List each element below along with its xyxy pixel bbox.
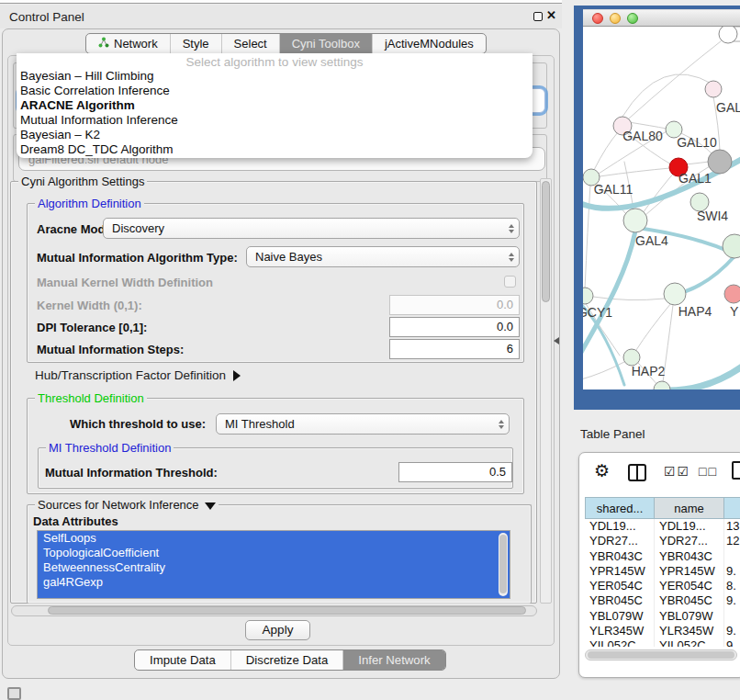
minimize-window-icon[interactable] <box>610 13 621 24</box>
table-horizontal-scrollbar-thumb[interactable] <box>588 651 734 659</box>
table-cell <box>724 549 740 564</box>
algorithm-definition-title: Algorithm Definition <box>35 197 144 210</box>
network-node-gcy1[interactable] <box>583 288 593 304</box>
network-node[interactable] <box>723 234 740 258</box>
table-row[interactable]: YIL052CYIL052C9 <box>585 638 740 647</box>
network-edge[interactable] <box>629 122 667 129</box>
network-edge[interactable] <box>622 74 712 117</box>
popup-placeholder: Select algorithm to view settings <box>17 53 533 69</box>
network-node-label: GCY1 <box>583 305 612 320</box>
tab-jactivemnodules[interactable]: jActiveMNodules <box>372 34 486 53</box>
network-node-label: GAL <box>716 100 740 115</box>
column-header-partial[interactable] <box>724 497 740 519</box>
data-attributes-list[interactable]: SelfLoopsTopologicalCoefficientBetweenne… <box>37 530 510 599</box>
table-cell: YPR145W <box>655 564 724 579</box>
network-node[interactable] <box>708 150 732 174</box>
which-threshold-value: MI Threshold <box>217 417 494 431</box>
mi-steps-field[interactable]: 6 <box>389 339 520 359</box>
app-root: Control Panel ✕ NetworkStyleSelectCyni T… <box>0 0 740 700</box>
select-all-checkboxes-icon[interactable]: ☑☑ <box>664 464 690 479</box>
attribute-list-item[interactable]: BetweennessCentrality <box>38 560 510 575</box>
table-row[interactable]: YDR27...YDR27...12 <box>585 534 740 548</box>
table-cell <box>724 609 740 624</box>
popup-item[interactable]: Bayesian – Hill Climbing <box>17 69 533 84</box>
network-node-hap4[interactable] <box>664 283 686 305</box>
attributes-list-scrollbar[interactable] <box>499 533 508 596</box>
tab-cyni-toolbox[interactable]: Cyni Toolbox <box>279 34 372 53</box>
popup-item[interactable]: Bayesian – K2 <box>17 128 533 142</box>
network-node-gal[interactable] <box>705 81 722 97</box>
table-row[interactable]: YDL19...YDL19...13 <box>585 519 740 534</box>
column-header-shared-name[interactable]: shared... <box>585 497 655 519</box>
table-row[interactable]: YLR345WYLR345W9. <box>585 624 740 638</box>
table-horizontal-scrollbar[interactable] <box>585 649 737 660</box>
table-row[interactable]: YBR043CYBR043C <box>585 549 740 564</box>
network-node-label: SWI4 <box>697 209 728 223</box>
network-edge[interactable] <box>636 303 671 350</box>
network-edge[interactable] <box>686 162 709 164</box>
popup-item[interactable]: Mutual Information Inference <box>17 113 533 128</box>
popup-item[interactable]: ARACNE Algorithm <box>17 98 533 113</box>
settings-horizontal-scrollbar-thumb[interactable] <box>48 606 526 615</box>
attributes-list-scrollbar-thumb[interactable] <box>499 535 507 593</box>
hub-definition-toggle[interactable]: Hub/Transcription Factor Definition <box>35 368 241 382</box>
table-cell: YBL079W <box>655 609 724 624</box>
network-edge[interactable] <box>600 168 670 176</box>
network-node[interactable] <box>654 381 670 390</box>
table-cell: YER054C <box>585 579 655 593</box>
combo-stepper-icon <box>494 420 509 429</box>
kernel-width-label: Kernel Width (0,1): <box>37 299 142 312</box>
mi-type-label: Mutual Information Algorithm Type: <box>37 251 238 265</box>
close-window-icon[interactable] <box>592 13 603 24</box>
column-header-name[interactable]: name <box>655 497 724 519</box>
attribute-list-item[interactable]: gal4RGexp <box>38 575 510 590</box>
network-edge[interactable] <box>629 41 721 119</box>
minimized-panel-icon[interactable] <box>7 687 21 700</box>
splitpane-collapse-icon[interactable] <box>554 337 559 344</box>
manual-kernel-label: Manual Kernel Width Definition <box>37 276 213 289</box>
deselect-all-checkboxes-icon[interactable]: □□ <box>699 464 718 479</box>
network-node[interactable] <box>719 27 737 43</box>
network-edge[interactable] <box>593 297 665 300</box>
split-columns-icon[interactable] <box>628 464 646 481</box>
bottom-tab-impute-data[interactable]: Impute Data <box>135 650 230 670</box>
bottom-tab-infer-network[interactable]: Infer Network <box>342 650 444 670</box>
kernel-width-field[interactable]: 0.0 <box>389 295 520 315</box>
tab-network[interactable]: Network <box>86 34 170 53</box>
table-row[interactable]: YPR145WYPR145W9. <box>585 564 740 579</box>
float-panel-icon[interactable] <box>533 12 543 21</box>
table-row[interactable]: YER054CYER054C8. <box>585 579 740 593</box>
popup-item[interactable]: Dream8 DC_TDC Algorithm <box>17 142 533 157</box>
data-attributes-label: Data Attributes <box>33 514 118 528</box>
network-edge[interactable] <box>594 132 618 170</box>
popup-item[interactable]: Basic Correlation Inference <box>17 84 533 98</box>
network-edge[interactable] <box>585 185 590 289</box>
network-window-titlebar[interactable] <box>583 9 740 27</box>
settings-vertical-scrollbar-thumb[interactable] <box>542 181 550 302</box>
tab-select[interactable]: Select <box>221 34 279 53</box>
dpi-tolerance-field[interactable]: 0.0 <box>389 317 520 337</box>
attribute-list-item[interactable]: TopologicalCoefficient <box>38 546 510 560</box>
manual-kernel-checkbox[interactable] <box>504 276 516 288</box>
aracne-mode-combobox[interactable]: Discovery <box>103 218 520 239</box>
bottom-tab-discretize-data[interactable]: Discretize Data <box>230 650 342 670</box>
tab-style[interactable]: Style <box>170 34 221 53</box>
network-node-gal4[interactable] <box>623 209 647 232</box>
network-edge[interactable] <box>662 365 740 390</box>
table-row[interactable]: YBL079WYBL079W <box>585 609 740 624</box>
network-node-y[interactable] <box>724 285 740 303</box>
network-canvas[interactable]: GALGAL80GAL10GAL1GAL11SWI4GAL4GCY1HAP4YH… <box>583 27 740 390</box>
mi-threshold-field[interactable]: 0.5 <box>398 462 512 482</box>
apply-button[interactable]: Apply <box>245 620 310 640</box>
attribute-list-item[interactable]: SelfLoops <box>38 531 510 546</box>
zoom-window-icon[interactable] <box>627 13 638 24</box>
close-panel-icon[interactable]: ✕ <box>546 8 556 22</box>
new-table-icon[interactable] <box>732 461 740 480</box>
tab-label: Style <box>183 34 209 53</box>
mi-type-combobox[interactable]: Naive Bayes <box>246 246 520 267</box>
table-row[interactable]: YBR045CYBR045C9. <box>585 593 740 608</box>
which-threshold-combobox[interactable]: MI Threshold <box>216 413 510 435</box>
sources-group-title[interactable]: Sources for Network Inference <box>35 498 219 512</box>
network-edge[interactable] <box>686 256 734 291</box>
gear-icon[interactable]: ⚙ <box>594 460 610 481</box>
